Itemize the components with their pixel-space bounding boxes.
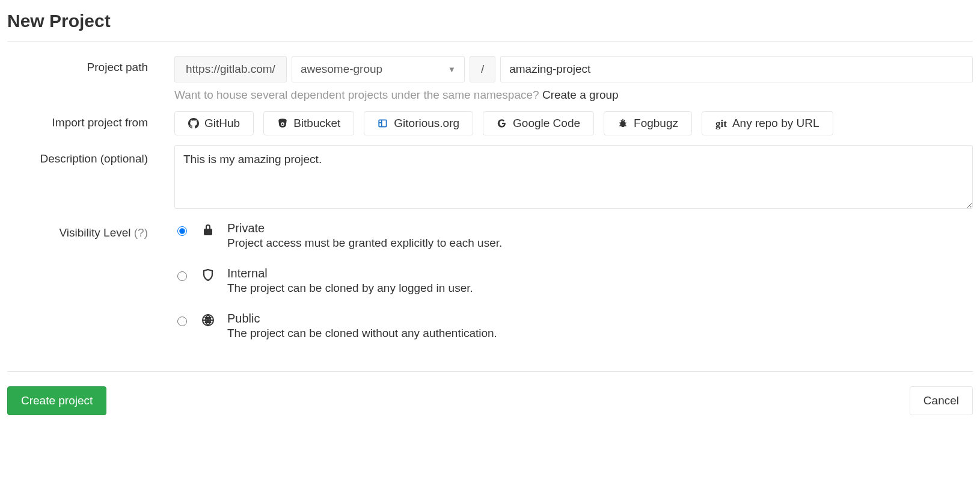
visibility-public-desc: The project can be cloned without any au… <box>227 327 497 340</box>
import-anyrepo-label: Any repo by URL <box>732 117 819 130</box>
import-from-label: Import project from <box>7 111 174 129</box>
visibility-private-desc: Project access must be granted explicitl… <box>227 236 502 250</box>
svg-rect-0 <box>379 120 387 126</box>
gitorious-icon <box>378 118 388 129</box>
svg-line-9 <box>619 125 620 126</box>
svg-line-5 <box>621 120 622 121</box>
lock-icon <box>201 223 215 237</box>
import-anyrepo-button[interactable]: git Any repo by URL <box>702 111 833 135</box>
page-title: New Project <box>7 11 973 31</box>
git-icon: git <box>715 119 727 129</box>
footer-separator <box>7 371 973 372</box>
import-googlecode-button[interactable]: Google Code <box>483 111 594 135</box>
project-path-label: Project path <box>7 56 174 74</box>
description-textarea[interactable] <box>174 145 973 209</box>
create-project-button[interactable]: Create project <box>7 386 106 415</box>
import-github-button[interactable]: GitHub <box>174 111 254 135</box>
import-bitbucket-button[interactable]: Bitbucket <box>263 111 354 135</box>
import-fogbugz-button[interactable]: Fogbugz <box>604 111 692 135</box>
import-fogbugz-label: Fogbugz <box>634 117 678 130</box>
host-prefix: https://gitlab.com/ <box>174 56 287 82</box>
namespace-select[interactable]: awesome-group ▼ <box>292 56 465 82</box>
shield-icon <box>201 268 215 282</box>
visibility-label: Visibility Level (?) <box>7 221 174 239</box>
fogbugz-icon <box>617 118 628 129</box>
project-slug-input[interactable] <box>500 56 973 82</box>
visibility-private-title: Private <box>227 221 502 235</box>
visibility-option-internal[interactable]: Internal The project can be cloned by an… <box>174 267 973 295</box>
import-gitorious-label: Gitorious.org <box>394 117 459 130</box>
header-separator <box>7 41 973 42</box>
create-group-link[interactable]: Create a group <box>542 88 619 101</box>
import-googlecode-label: Google Code <box>513 117 580 130</box>
visibility-internal-title: Internal <box>227 267 473 280</box>
namespace-hint-text: Want to house several dependent projects… <box>174 88 542 101</box>
import-github-label: GitHub <box>204 117 240 130</box>
namespace-hint: Want to house several dependent projects… <box>174 88 973 102</box>
chevron-down-icon: ▼ <box>448 65 456 74</box>
visibility-option-public[interactable]: Public The project can be cloned without… <box>174 312 973 340</box>
googlecode-icon <box>497 118 507 129</box>
visibility-radio-public[interactable] <box>177 317 187 326</box>
svg-line-8 <box>625 123 626 123</box>
visibility-radio-private[interactable] <box>177 226 187 236</box>
svg-line-6 <box>624 120 625 121</box>
visibility-radio-internal[interactable] <box>177 271 187 281</box>
globe-icon <box>201 313 215 327</box>
description-label: Description (optional) <box>7 145 174 165</box>
github-icon <box>188 118 199 129</box>
visibility-help-icon[interactable]: (?) <box>134 226 148 239</box>
svg-line-10 <box>625 125 626 126</box>
visibility-option-private[interactable]: Private Project access must be granted e… <box>174 221 973 250</box>
svg-point-3 <box>620 121 626 127</box>
cancel-button[interactable]: Cancel <box>910 386 973 415</box>
svg-line-7 <box>619 123 620 123</box>
visibility-internal-desc: The project can be cloned by any logged … <box>227 282 473 295</box>
path-separator: / <box>470 56 495 82</box>
visibility-public-title: Public <box>227 312 497 326</box>
import-bitbucket-label: Bitbucket <box>293 117 340 130</box>
bitbucket-icon <box>277 118 288 129</box>
namespace-select-value: awesome-group <box>301 63 382 76</box>
import-gitorious-button[interactable]: Gitorious.org <box>364 111 473 135</box>
